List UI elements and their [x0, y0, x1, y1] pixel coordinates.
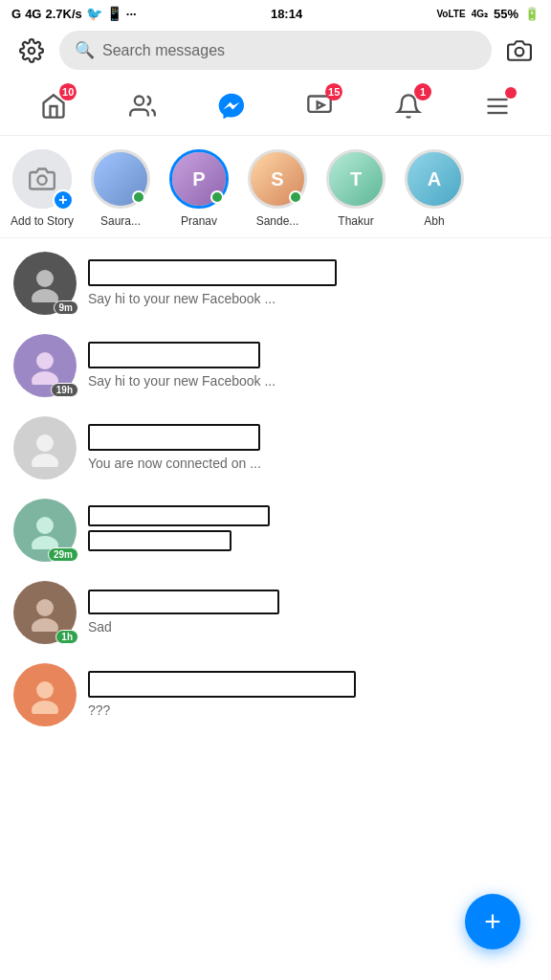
story-abh-avatar: A: [405, 149, 464, 209]
story-abh[interactable]: A Abh: [402, 149, 467, 228]
chat-name-6: [88, 671, 356, 698]
status-left: G 4G 2.7K/s 🐦 📱 ···: [11, 6, 137, 21]
story-add-label: Add to Story: [11, 214, 74, 228]
online-dot-sande: [289, 190, 302, 204]
chat-name-4b: [88, 530, 231, 551]
fab-plus-icon: +: [484, 905, 501, 938]
chat-content-6: ???: [88, 671, 538, 719]
chat-avatar-6: [13, 663, 77, 726]
chat-item-4[interactable]: 29m: [0, 489, 551, 571]
story-add-avatar: +: [12, 149, 72, 209]
online-dot-saura: [132, 190, 145, 204]
volte-icon: VoLTE: [436, 9, 465, 19]
status-bar: G 4G 2.7K/s 🐦 📱 ··· 18:14 VoLTE 4G₂ 55% …: [0, 0, 551, 25]
search-placeholder: Search messages: [102, 42, 225, 59]
chat-content-1: Say hi to your new Facebook ...: [88, 259, 538, 307]
chat-name-3: [88, 424, 260, 451]
svg-point-17: [36, 599, 54, 616]
story-sande-avatar: S: [248, 149, 307, 209]
story-plus-icon: +: [53, 189, 74, 211]
svg-point-14: [32, 454, 58, 467]
story-thakur[interactable]: T Thakur: [323, 149, 388, 228]
battery-icon: 🔋: [524, 7, 540, 21]
compose-fab[interactable]: +: [465, 894, 520, 949]
story-thakur-avatar: T: [326, 149, 386, 209]
chat-content-3: You are now connected on ...: [88, 424, 538, 472]
svg-point-0: [29, 47, 35, 54]
signal-4g: 4G: [25, 7, 41, 21]
nav-messenger[interactable]: [209, 83, 254, 129]
watch-badge: 15: [325, 83, 342, 100]
story-saura[interactable]: Saura...: [88, 149, 153, 228]
home-badge: 10: [59, 83, 77, 100]
chat-name-4a: [88, 505, 270, 526]
time-badge-2: 19h: [51, 383, 78, 397]
chat-avatar-wrap-6: [13, 663, 77, 726]
search-icon: 🔍: [75, 40, 95, 60]
stories-row: + Add to Story Saura... P Pranav S Sande…: [0, 136, 551, 238]
chat-name-5: [88, 590, 279, 614]
status-time: 18:14: [271, 7, 302, 21]
chat-name-2: [88, 342, 260, 368]
chat-list: 9m Say hi to your new Facebook ... 19h S…: [0, 238, 551, 740]
story-pranav-label: Pranav: [181, 214, 217, 228]
chat-preview-1: Say hi to your new Facebook ...: [88, 291, 276, 306]
chat-content-2: Say hi to your new Facebook ...: [88, 342, 538, 390]
svg-point-15: [36, 517, 54, 534]
chat-item-3[interactable]: You are now connected on ...: [0, 407, 551, 489]
story-saura-avatar: [91, 149, 150, 209]
chat-avatar-3: [13, 416, 77, 479]
menu-dot-badge: [505, 87, 517, 99]
time-badge-5: 1h: [55, 630, 78, 644]
battery-text: 55%: [494, 7, 518, 21]
nav-menu[interactable]: [474, 83, 520, 129]
svg-point-19: [36, 681, 54, 699]
time-badge-1: 9m: [54, 301, 78, 315]
chat-item-6[interactable]: ???: [0, 654, 551, 736]
chat-avatar-wrap-1: 9m: [13, 252, 77, 315]
status-right: VoLTE 4G₂ 55% 🔋: [436, 7, 540, 21]
story-thakur-label: Thakur: [338, 214, 373, 228]
story-add[interactable]: + Add to Story: [10, 149, 75, 228]
chat-item-5[interactable]: 1h Sad: [0, 571, 551, 654]
bell-badge: 1: [414, 83, 431, 100]
svg-point-20: [32, 701, 58, 714]
story-sande[interactable]: S Sande...: [245, 149, 310, 228]
speed-text: 2.7K/s: [45, 7, 81, 21]
nav-home[interactable]: 10: [31, 83, 77, 129]
top-bar: 🔍 Search messages: [0, 25, 551, 76]
chat-item-2[interactable]: 19h Say hi to your new Facebook ...: [0, 324, 551, 407]
twitter-icon: 🐦: [86, 6, 102, 21]
4g2-icon: 4G₂: [472, 9, 488, 19]
chat-avatar-wrap-5: 1h: [13, 581, 77, 644]
svg-point-11: [36, 352, 54, 369]
camera-button[interactable]: [501, 33, 538, 69]
story-abh-label: Abh: [424, 214, 444, 228]
story-pranav[interactable]: P Pranav: [166, 149, 231, 228]
svg-point-8: [37, 176, 46, 185]
search-bar[interactable]: 🔍 Search messages: [59, 31, 492, 70]
screen-icon: 📱: [106, 6, 122, 21]
svg-point-10: [32, 289, 58, 302]
dots-icon: ···: [126, 7, 137, 21]
svg-point-1: [516, 47, 524, 56]
online-dot-pranav: [210, 190, 224, 204]
svg-point-13: [36, 434, 54, 452]
chat-preview-2: Say hi to your new Facebook ...: [88, 373, 276, 389]
settings-icon[interactable]: [13, 33, 50, 69]
chat-avatar-wrap-4: 29m: [13, 499, 77, 562]
nav-people[interactable]: [120, 83, 165, 129]
chat-name-1: [88, 259, 337, 286]
nav-bar: 10 15 1: [0, 76, 551, 136]
chat-item-1[interactable]: 9m Say hi to your new Facebook ...: [0, 242, 551, 324]
nav-notifications[interactable]: 1: [386, 83, 431, 129]
nav-watch[interactable]: 15: [297, 83, 342, 129]
chat-content-4: [88, 505, 538, 555]
story-sande-label: Sande...: [256, 214, 299, 228]
story-pranav-avatar: P: [169, 149, 229, 209]
svg-point-9: [36, 270, 54, 287]
chat-preview-3: You are now connected on ...: [88, 456, 261, 471]
story-saura-label: Saura...: [100, 214, 141, 228]
svg-marker-4: [318, 101, 324, 108]
time-badge-4: 29m: [48, 547, 78, 562]
